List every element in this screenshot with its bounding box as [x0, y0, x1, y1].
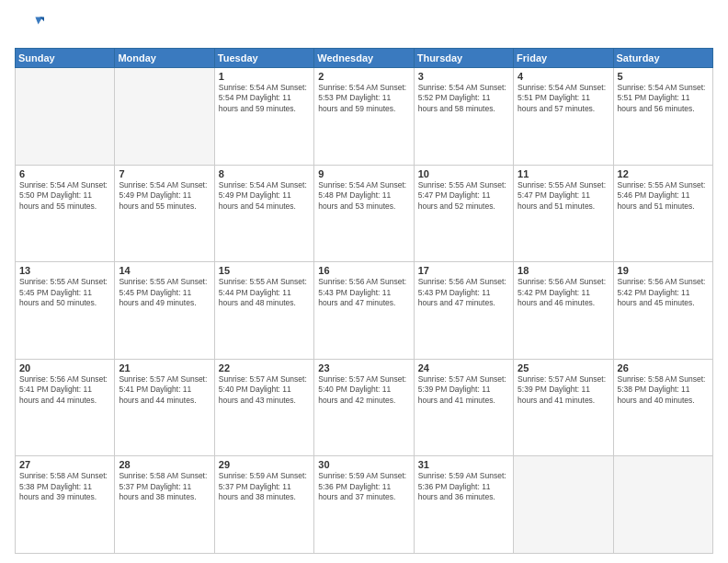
- day-number: 25: [518, 362, 609, 373]
- calendar-cell: 27Sunrise: 5:58 AM Sunset: 5:38 PM Dayli…: [16, 456, 115, 554]
- calendar-cell: 6Sunrise: 5:54 AM Sunset: 5:50 PM Daylig…: [16, 165, 115, 262]
- day-number: 11: [518, 168, 609, 179]
- calendar-cell: 18Sunrise: 5:56 AM Sunset: 5:42 PM Dayli…: [514, 262, 613, 360]
- calendar-cell: 21Sunrise: 5:57 AM Sunset: 5:41 PM Dayli…: [115, 359, 214, 456]
- calendar-cell: 28Sunrise: 5:58 AM Sunset: 5:37 PM Dayli…: [115, 456, 214, 554]
- day-info: Sunrise: 5:57 AM Sunset: 5:39 PM Dayligh…: [418, 374, 509, 406]
- calendar-cell: 11Sunrise: 5:55 AM Sunset: 5:47 PM Dayli…: [514, 165, 613, 262]
- calendar-weekday-friday: Friday: [514, 49, 613, 68]
- calendar-cell: 10Sunrise: 5:55 AM Sunset: 5:47 PM Dayli…: [414, 165, 513, 262]
- day-number: 13: [19, 265, 110, 276]
- day-info: Sunrise: 5:55 AM Sunset: 5:45 PM Dayligh…: [19, 277, 110, 308]
- day-number: 20: [19, 362, 110, 373]
- calendar-week-4: 20Sunrise: 5:56 AM Sunset: 5:41 PM Dayli…: [16, 359, 713, 456]
- day-number: 6: [19, 168, 110, 179]
- day-info: Sunrise: 5:56 AM Sunset: 5:43 PM Dayligh…: [318, 277, 409, 308]
- calendar-cell: 31Sunrise: 5:59 AM Sunset: 5:36 PM Dayli…: [414, 456, 513, 554]
- calendar-cell: 23Sunrise: 5:57 AM Sunset: 5:40 PM Dayli…: [314, 359, 414, 456]
- day-number: 4: [518, 71, 609, 82]
- calendar-weekday-saturday: Saturday: [613, 49, 712, 68]
- day-number: 28: [119, 459, 210, 470]
- day-number: 8: [219, 168, 310, 179]
- calendar-cell: 22Sunrise: 5:57 AM Sunset: 5:40 PM Dayli…: [214, 359, 313, 456]
- day-info: Sunrise: 5:56 AM Sunset: 5:41 PM Dayligh…: [19, 374, 110, 406]
- calendar-cell: [613, 456, 712, 554]
- calendar-cell: 7Sunrise: 5:54 AM Sunset: 5:49 PM Daylig…: [115, 165, 214, 262]
- calendar-body: 1Sunrise: 5:54 AM Sunset: 5:54 PM Daylig…: [16, 68, 713, 554]
- day-info: Sunrise: 5:58 AM Sunset: 5:37 PM Dayligh…: [119, 471, 210, 502]
- calendar-cell: 3Sunrise: 5:54 AM Sunset: 5:52 PM Daylig…: [414, 68, 513, 166]
- calendar-cell: 14Sunrise: 5:55 AM Sunset: 5:45 PM Dayli…: [115, 262, 214, 360]
- day-info: Sunrise: 5:55 AM Sunset: 5:44 PM Dayligh…: [219, 277, 310, 308]
- day-number: 3: [418, 71, 509, 82]
- calendar-week-5: 27Sunrise: 5:58 AM Sunset: 5:38 PM Dayli…: [16, 456, 713, 554]
- calendar-weekday-monday: Monday: [115, 49, 214, 68]
- day-number: 17: [418, 265, 509, 276]
- header: [15, 11, 713, 40]
- day-number: 31: [418, 459, 509, 470]
- day-info: Sunrise: 5:57 AM Sunset: 5:41 PM Dayligh…: [119, 374, 210, 406]
- logo-icon: [15, 11, 44, 40]
- day-number: 16: [318, 265, 409, 276]
- calendar-weekday-wednesday: Wednesday: [314, 49, 414, 68]
- calendar-cell: 8Sunrise: 5:54 AM Sunset: 5:49 PM Daylig…: [214, 165, 313, 262]
- day-info: Sunrise: 5:54 AM Sunset: 5:53 PM Dayligh…: [318, 83, 409, 114]
- calendar-cell: 24Sunrise: 5:57 AM Sunset: 5:39 PM Dayli…: [414, 359, 513, 456]
- calendar-weekday-thursday: Thursday: [414, 49, 513, 68]
- day-info: Sunrise: 5:56 AM Sunset: 5:43 PM Dayligh…: [418, 277, 509, 308]
- calendar-cell: 29Sunrise: 5:59 AM Sunset: 5:37 PM Dayli…: [214, 456, 313, 554]
- day-info: Sunrise: 5:54 AM Sunset: 5:48 PM Dayligh…: [318, 180, 409, 212]
- calendar-weekday-sunday: Sunday: [16, 49, 115, 68]
- day-number: 27: [19, 459, 110, 470]
- day-info: Sunrise: 5:59 AM Sunset: 5:36 PM Dayligh…: [318, 471, 409, 502]
- calendar-cell: 2Sunrise: 5:54 AM Sunset: 5:53 PM Daylig…: [314, 68, 414, 166]
- day-info: Sunrise: 5:54 AM Sunset: 5:49 PM Dayligh…: [219, 180, 310, 212]
- day-number: 1: [219, 71, 310, 82]
- day-number: 2: [318, 71, 409, 82]
- day-info: Sunrise: 5:59 AM Sunset: 5:37 PM Dayligh…: [219, 471, 310, 502]
- calendar-cell: 13Sunrise: 5:55 AM Sunset: 5:45 PM Dayli…: [16, 262, 115, 360]
- calendar-cell: 30Sunrise: 5:59 AM Sunset: 5:36 PM Dayli…: [314, 456, 414, 554]
- day-info: Sunrise: 5:58 AM Sunset: 5:38 PM Dayligh…: [19, 471, 110, 502]
- calendar-table: SundayMondayTuesdayWednesdayThursdayFrid…: [15, 48, 713, 554]
- day-number: 5: [618, 71, 709, 82]
- day-number: 7: [119, 168, 210, 179]
- calendar-cell: [514, 456, 613, 554]
- day-info: Sunrise: 5:55 AM Sunset: 5:46 PM Dayligh…: [618, 180, 709, 212]
- day-info: Sunrise: 5:54 AM Sunset: 5:49 PM Dayligh…: [119, 180, 210, 212]
- calendar-cell: 4Sunrise: 5:54 AM Sunset: 5:51 PM Daylig…: [514, 68, 613, 166]
- day-number: 10: [418, 168, 509, 179]
- day-info: Sunrise: 5:57 AM Sunset: 5:40 PM Dayligh…: [219, 374, 310, 406]
- calendar-cell: 12Sunrise: 5:55 AM Sunset: 5:46 PM Dayli…: [613, 165, 712, 262]
- calendar-week-1: 1Sunrise: 5:54 AM Sunset: 5:54 PM Daylig…: [16, 68, 713, 166]
- day-number: 23: [318, 362, 409, 373]
- calendar-week-3: 13Sunrise: 5:55 AM Sunset: 5:45 PM Dayli…: [16, 262, 713, 360]
- day-info: Sunrise: 5:58 AM Sunset: 5:38 PM Dayligh…: [618, 374, 709, 406]
- page: SundayMondayTuesdayWednesdayThursdayFrid…: [0, 0, 728, 563]
- day-number: 14: [119, 265, 210, 276]
- calendar-cell: 15Sunrise: 5:55 AM Sunset: 5:44 PM Dayli…: [214, 262, 313, 360]
- calendar-cell: 17Sunrise: 5:56 AM Sunset: 5:43 PM Dayli…: [414, 262, 513, 360]
- calendar-cell: 19Sunrise: 5:56 AM Sunset: 5:42 PM Dayli…: [613, 262, 712, 360]
- calendar-cell: 9Sunrise: 5:54 AM Sunset: 5:48 PM Daylig…: [314, 165, 414, 262]
- day-number: 30: [318, 459, 409, 470]
- calendar-week-2: 6Sunrise: 5:54 AM Sunset: 5:50 PM Daylig…: [16, 165, 713, 262]
- day-info: Sunrise: 5:54 AM Sunset: 5:51 PM Dayligh…: [618, 83, 709, 114]
- day-info: Sunrise: 5:57 AM Sunset: 5:40 PM Dayligh…: [318, 374, 409, 406]
- day-number: 18: [518, 265, 609, 276]
- calendar-cell: [115, 68, 214, 166]
- day-info: Sunrise: 5:55 AM Sunset: 5:47 PM Dayligh…: [518, 180, 609, 212]
- calendar-cell: [16, 68, 115, 166]
- day-info: Sunrise: 5:57 AM Sunset: 5:39 PM Dayligh…: [518, 374, 609, 406]
- calendar-cell: 25Sunrise: 5:57 AM Sunset: 5:39 PM Dayli…: [514, 359, 613, 456]
- calendar-cell: 26Sunrise: 5:58 AM Sunset: 5:38 PM Dayli…: [613, 359, 712, 456]
- day-info: Sunrise: 5:54 AM Sunset: 5:51 PM Dayligh…: [518, 83, 609, 114]
- calendar-cell: 16Sunrise: 5:56 AM Sunset: 5:43 PM Dayli…: [314, 262, 414, 360]
- day-number: 21: [119, 362, 210, 373]
- day-info: Sunrise: 5:56 AM Sunset: 5:42 PM Dayligh…: [618, 277, 709, 308]
- day-number: 26: [618, 362, 709, 373]
- day-info: Sunrise: 5:59 AM Sunset: 5:36 PM Dayligh…: [418, 471, 509, 502]
- day-number: 19: [618, 265, 709, 276]
- day-number: 15: [219, 265, 310, 276]
- day-info: Sunrise: 5:54 AM Sunset: 5:54 PM Dayligh…: [219, 83, 310, 114]
